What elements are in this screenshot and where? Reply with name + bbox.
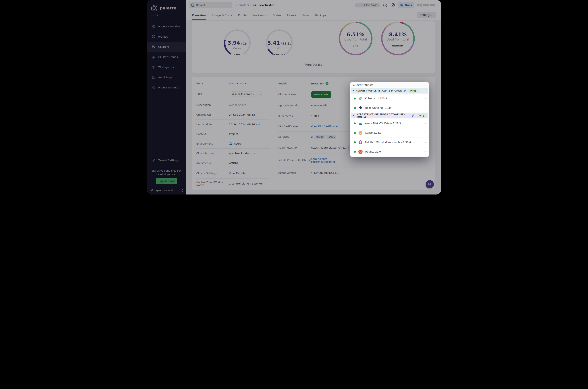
- status-dot: [354, 141, 356, 143]
- app-window: palette 4.4.19 Project Overview Profiles…: [147, 0, 441, 194]
- chevron-down-icon: ▾: [353, 114, 354, 117]
- infrastructure-profile-header[interactable]: ▾ INFRASTRUCTURE PROFILE TF-AZURE-PROFIL…: [351, 113, 428, 118]
- chevron-right-icon: ›: [425, 150, 426, 154]
- cluster-profiles-title: Cluster Profiles: [350, 82, 429, 88]
- proj-scope-badge: PROJ: [408, 89, 418, 93]
- proj-scope-badge: PROJ: [417, 114, 426, 118]
- kubecost-logo-icon: [358, 96, 363, 101]
- pack-row-calico[interactable]: Calico 3.26.1 ›: [351, 128, 428, 137]
- ubuntu-logo-icon: [358, 149, 363, 154]
- chevron-right-icon: ›: [425, 131, 426, 134]
- pack-row-kubecost[interactable]: Kubecost 1.103.3 ›: [351, 94, 428, 103]
- pack-row-ubuntu[interactable]: Ubuntu 22.04 ›: [351, 147, 428, 156]
- chevron-down-icon: ▾: [353, 90, 354, 92]
- link-icon: [412, 114, 415, 117]
- pack-row-azure-disk[interactable]: Azure Disk CSI Driver 1.28.3 ›: [351, 119, 428, 128]
- chevron-right-icon: ›: [425, 97, 426, 100]
- status-dot: [354, 151, 356, 153]
- hello-universe-logo-icon: [358, 106, 363, 110]
- addon-profile-header[interactable]: ▾ ADDON PROFILE TF-AZURE-PROFILE PROJ: [351, 88, 428, 94]
- status-dot: [354, 107, 356, 109]
- link-icon: [403, 89, 406, 92]
- pack-row-palette-extended-kubernetes[interactable]: Palette eXtended Kubernetes 1.30.4 ›: [351, 138, 428, 147]
- pxk-logo-icon: [358, 140, 363, 145]
- status-dot: [354, 122, 356, 124]
- chevron-right-icon: ›: [425, 106, 426, 110]
- azure-disk-logo-icon: [358, 121, 363, 126]
- chevron-right-icon: ›: [425, 140, 426, 144]
- pack-row-hello-universe[interactable]: Hello Universe 1.2.0 ›: [351, 103, 428, 112]
- status-dot: [354, 97, 356, 99]
- calico-logo-icon: [358, 130, 363, 135]
- status-dot: [354, 132, 356, 134]
- cluster-profiles-panel: Cluster Profiles ▾ ADDON PROFILE TF-AZUR…: [350, 82, 429, 157]
- chevron-right-icon: ›: [425, 122, 426, 125]
